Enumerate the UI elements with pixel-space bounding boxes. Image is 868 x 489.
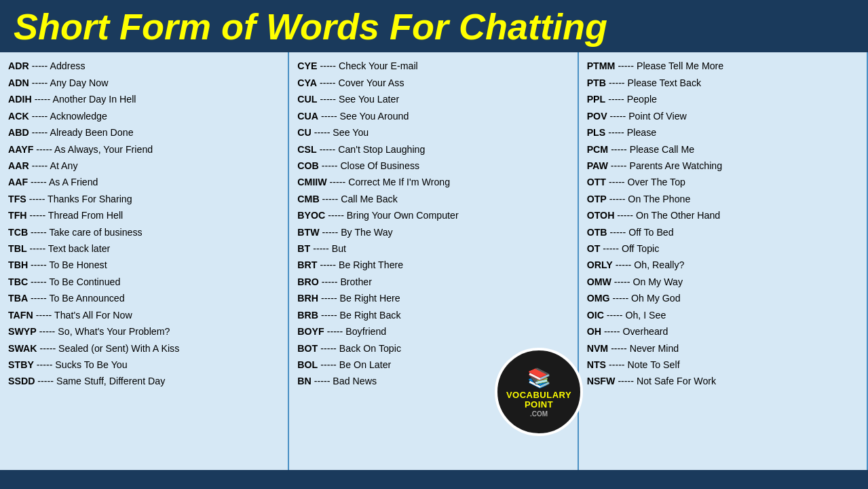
abbr-dashes: ----- xyxy=(600,243,622,254)
abbr-dashes: ----- xyxy=(317,77,339,88)
abbr-meaning: See You xyxy=(333,127,369,138)
logo-text-3: .COM xyxy=(530,410,548,418)
abbr-meaning: Please xyxy=(627,127,656,138)
abbr-meaning: Never Mind xyxy=(630,343,679,354)
list-item: NTS ----- Note To Self xyxy=(587,357,858,373)
abbr-meaning: To Be Honest xyxy=(49,259,107,270)
abbr-code: BN xyxy=(297,376,312,386)
abbr-dashes: ----- xyxy=(319,160,341,171)
abbr-code: COB xyxy=(297,160,319,171)
abbr-dashes: ----- xyxy=(608,343,630,354)
abbr-meaning: Another Day In Hell xyxy=(52,94,136,105)
list-item: CUA ----- See You Around xyxy=(297,108,569,124)
abbr-dashes: ----- xyxy=(606,359,628,370)
abbr-dashes: ----- xyxy=(318,111,340,122)
abbr-meaning: See You Around xyxy=(340,111,409,122)
abbr-meaning: Text back later xyxy=(48,243,110,254)
list-item: CYE ----- Check Your E-mail xyxy=(297,58,569,74)
abbr-dashes: ----- xyxy=(29,160,50,171)
list-item: AAR ----- At Any xyxy=(8,158,280,174)
list-item: PLS ----- Please xyxy=(587,124,858,141)
abbr-code: ADR xyxy=(8,60,29,71)
abbr-code: ADIH xyxy=(8,94,32,105)
abbr-meaning: Any Day Now xyxy=(50,77,108,88)
abbr-code: PTB xyxy=(587,77,606,88)
abbr-code: SWYP xyxy=(8,326,37,337)
abbr-dashes: ----- xyxy=(318,94,339,105)
abbr-code: OTT xyxy=(587,177,606,187)
abbr-code: CYE xyxy=(297,60,317,71)
abbr-code: OMW xyxy=(587,276,611,287)
list-item: BRB ----- Be Right Back xyxy=(297,307,569,323)
abbr-dashes: ----- xyxy=(312,127,333,138)
list-item: ACK ----- Acknowledge xyxy=(8,108,280,124)
abbr-dashes: ----- xyxy=(318,60,339,71)
abbr-code: SSDD xyxy=(8,376,35,386)
list-item: ABD ----- Already Been Done xyxy=(8,124,280,141)
abbr-code: CUL xyxy=(297,94,317,105)
abbr-dashes: ----- xyxy=(613,259,635,270)
abbr-code: BRH xyxy=(297,293,318,304)
abbr-code: OTOH xyxy=(587,210,615,221)
list-item: PCM ----- Please Call Me xyxy=(587,141,858,158)
abbr-dashes: ----- xyxy=(29,127,50,138)
list-item: OT ----- Off Topic xyxy=(587,240,858,257)
abbr-meaning: Close Of Business xyxy=(340,160,419,171)
abbr-meaning: Thanks For Sharing xyxy=(48,194,132,204)
abbr-meaning: Oh, Really? xyxy=(634,259,684,270)
abbr-meaning: Acknowledge xyxy=(50,111,107,122)
abbr-meaning: Take care of business xyxy=(49,227,142,238)
list-item: SWYP ----- So, What's Your Problem? xyxy=(8,323,280,340)
list-item: STBY ----- Sucks To Be You xyxy=(8,357,280,373)
list-item: BRH ----- Be Right Here xyxy=(297,290,569,306)
abbr-code: BRB xyxy=(297,310,318,321)
abbr-dashes: ----- xyxy=(33,144,54,155)
abbr-dashes: ----- xyxy=(320,227,341,238)
abbr-dashes: ----- xyxy=(615,60,637,71)
list-item: OTOH ----- On The Other Hand xyxy=(587,207,858,223)
abbr-dashes: ----- xyxy=(26,194,48,204)
abbr-code: CUA xyxy=(297,111,318,122)
abbr-code: CSL xyxy=(297,144,316,155)
logo-icon: 📚 xyxy=(527,367,551,389)
abbr-code: ABD xyxy=(8,127,29,138)
abbr-code: OT xyxy=(587,243,601,254)
abbr-dashes: ----- xyxy=(29,77,50,88)
list-item: SSDD ----- Same Stuff, Different Day xyxy=(8,373,280,389)
abbr-code: TAFN xyxy=(8,310,33,321)
list-item: CYA ----- Cover Your Ass xyxy=(297,75,569,91)
abbr-meaning: That's All For Now xyxy=(54,310,132,321)
abbr-meaning: On The Other Hand xyxy=(636,210,720,221)
abbr-code: BRT xyxy=(297,259,317,270)
abbr-code: PLS xyxy=(587,127,606,138)
abbr-code: NVM xyxy=(587,343,609,354)
abbr-dashes: ----- xyxy=(28,177,49,187)
abbr-dashes: ----- xyxy=(28,227,49,238)
list-item: OH ----- Overheard xyxy=(587,323,858,340)
abbr-dashes: ----- xyxy=(312,376,333,386)
header: Short Form of Words For Chatting xyxy=(0,0,868,52)
list-item: OIC ----- Oh, I See xyxy=(587,307,858,323)
abbr-meaning: Address xyxy=(50,60,85,71)
list-item: CMB ----- Call Me Back xyxy=(297,191,569,207)
abbr-meaning: Please Call Me xyxy=(630,144,694,155)
abbr-dashes: ----- xyxy=(32,94,53,105)
column-3: PTMM ----- Please Tell Me MorePTB ----- … xyxy=(579,52,868,470)
abbr-meaning: Parents Are Watching xyxy=(629,160,722,171)
abbr-dashes: ----- xyxy=(27,243,48,254)
list-item: TFS ----- Thanks For Sharing xyxy=(8,191,280,207)
abbr-meaning: To Be Continued xyxy=(49,276,120,287)
abbr-meaning: Cover Your Ass xyxy=(339,77,404,88)
abbr-code: PAW xyxy=(587,160,608,171)
abbr-code: PCM xyxy=(587,144,609,155)
logo-text-2: POINT xyxy=(525,400,553,410)
list-item: CMIIW ----- Correct Me If I'm Wrong xyxy=(297,174,569,190)
abbr-meaning: On My Way xyxy=(633,276,683,287)
abbr-meaning: As Always, Your Friend xyxy=(54,144,153,155)
abbr-dashes: ----- xyxy=(608,144,630,155)
abbr-code: POV xyxy=(587,111,607,122)
abbr-meaning: Be On Later xyxy=(339,359,392,370)
abbr-code: AAR xyxy=(8,160,29,171)
abbr-meaning: Bring Your Own Computer xyxy=(347,210,459,221)
abbr-meaning: Thread From Hell xyxy=(48,210,123,221)
